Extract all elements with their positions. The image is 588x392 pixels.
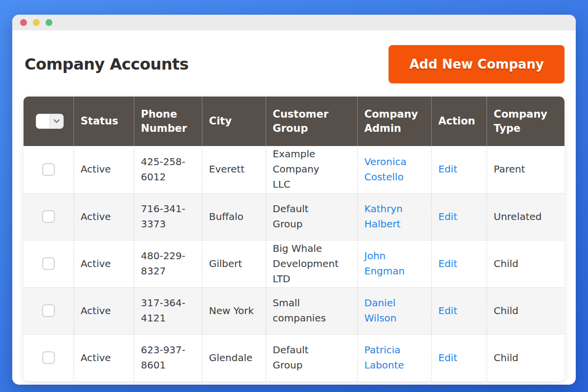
- status-cell: Active: [74, 334, 134, 381]
- company_admin-cell: Veronica Costello: [357, 146, 431, 193]
- page-title: Company Accounts: [24, 55, 189, 74]
- city-cell: Buffalo: [202, 193, 266, 240]
- city-cell: Glendale: [202, 334, 266, 381]
- row-checkbox[interactable]: [42, 257, 55, 270]
- city-value: Buffalo: [209, 209, 254, 224]
- company_type-cell: Child: [487, 287, 564, 334]
- window-titlebar: [12, 15, 576, 30]
- select-all-control[interactable]: [36, 114, 64, 129]
- status-value: Active: [81, 162, 127, 177]
- company_admin-cell: Kathryn Halbert: [357, 193, 431, 240]
- company-accounts-table: StatusPhone NumberCityCustomer GroupComp…: [24, 97, 564, 381]
- customer-group-value: Small companies: [273, 295, 338, 326]
- phone-value: 623-937-8601: [141, 343, 190, 373]
- column-header-action: Action: [431, 97, 487, 146]
- company-admin-link[interactable]: Patricia Labonte: [365, 344, 404, 371]
- company_admin-cell: Daniel Wilson: [357, 287, 431, 334]
- action-cell: Edit: [431, 240, 487, 287]
- table-row: Active716-341-3373BuffaloDefault GroupKa…: [24, 193, 564, 240]
- status-cell: Active: [74, 240, 134, 287]
- phone-value: 425-258-6012: [141, 154, 190, 185]
- customer-group-value: Default Group: [273, 201, 338, 232]
- company-admin-link[interactable]: Kathryn Halbert: [365, 203, 403, 230]
- column-header-status: Status: [74, 97, 134, 146]
- table-row: Active317-364-4121New YorkSmall companie…: [24, 287, 564, 334]
- row-checkbox[interactable]: [42, 304, 55, 317]
- customer-group-value: Example Company LLC: [273, 147, 338, 192]
- row-checkbox[interactable]: [42, 163, 55, 176]
- select-cell: [24, 334, 74, 381]
- customer_group-cell: Small companies: [266, 287, 357, 334]
- customer_group-cell: Default Group: [266, 193, 357, 240]
- select-cell: [24, 146, 74, 193]
- phone-cell: 716-341-3373: [134, 193, 202, 240]
- company-type-value: Child: [494, 303, 558, 318]
- action-cell: Edit: [431, 193, 487, 240]
- phone-value: 317-364-4121: [141, 295, 190, 326]
- phone-cell: 425-258-6012: [134, 146, 202, 193]
- traffic-light-close-icon[interactable]: [20, 19, 27, 26]
- company_admin-cell: Patricia Labonte: [357, 334, 431, 381]
- table-row: Active623-937-8601GlendaleDefault GroupP…: [24, 334, 564, 381]
- edit-link[interactable]: Edit: [439, 352, 458, 364]
- company-admin-link[interactable]: Veronica Costello: [365, 156, 407, 183]
- company-admin-link[interactable]: Daniel Wilson: [365, 297, 397, 324]
- city-value: Gilbert: [209, 256, 254, 271]
- select-all-dropdown[interactable]: [50, 114, 63, 128]
- chevron-down-icon: [53, 117, 60, 123]
- company_admin-cell: John Engman: [357, 240, 431, 287]
- status-cell: Active: [74, 146, 134, 193]
- action-cell: Edit: [431, 287, 487, 334]
- column-header-city: City: [202, 97, 266, 146]
- column-header-phone: Phone Number: [134, 97, 202, 146]
- company_type-cell: Parent: [487, 146, 564, 193]
- phone-cell: 317-364-4121: [134, 287, 202, 334]
- city-value: New York: [209, 303, 254, 318]
- customer_group-cell: Big Whale Development LTD: [266, 240, 357, 287]
- customer_group-cell: Example Company LLC: [266, 146, 357, 193]
- page-content: Company Accounts Add New Company StatusP…: [12, 45, 576, 381]
- table-header: StatusPhone NumberCityCustomer GroupComp…: [24, 97, 564, 146]
- city-cell: Gilbert: [202, 240, 266, 287]
- customer_group-cell: Default Group: [266, 334, 357, 381]
- select-all-checkbox[interactable]: [36, 114, 50, 128]
- city-cell: Everett: [202, 146, 266, 193]
- edit-link[interactable]: Edit: [439, 211, 458, 222]
- edit-link[interactable]: Edit: [439, 258, 458, 270]
- page-header: Company Accounts Add New Company: [24, 45, 564, 83]
- select-cell: [24, 240, 74, 287]
- status-cell: Active: [74, 193, 134, 240]
- edit-link[interactable]: Edit: [439, 305, 458, 317]
- company-type-value: Child: [494, 350, 558, 366]
- company_type-cell: Child: [487, 240, 564, 287]
- customer-group-value: Big Whale Development LTD: [273, 241, 338, 287]
- status-value: Active: [81, 350, 127, 366]
- select-cell: [24, 193, 74, 240]
- status-value: Active: [81, 303, 127, 318]
- company-admin-link[interactable]: John Engman: [365, 250, 405, 277]
- city-cell: New York: [202, 287, 266, 334]
- company_type-cell: Unrelated: [487, 193, 564, 240]
- company-type-value: Unrelated: [494, 209, 558, 224]
- table-row: Active480-229-8327GilbertBig Whale Devel…: [24, 240, 564, 287]
- status-cell: Active: [74, 287, 134, 334]
- status-value: Active: [81, 256, 127, 271]
- customer-group-value: Default Group: [273, 343, 338, 373]
- phone-value: 716-341-3373: [141, 201, 190, 232]
- column-header-customer_group: Customer Group: [266, 97, 357, 146]
- row-checkbox[interactable]: [42, 210, 55, 223]
- status-value: Active: [81, 209, 127, 224]
- company-type-value: Child: [494, 256, 558, 271]
- row-checkbox[interactable]: [42, 351, 55, 364]
- add-new-company-button[interactable]: Add New Company: [389, 45, 564, 83]
- company-type-value: Parent: [494, 162, 558, 177]
- phone-cell: 623-937-8601: [134, 334, 202, 381]
- action-cell: Edit: [431, 334, 487, 381]
- edit-link[interactable]: Edit: [439, 163, 458, 175]
- company_type-cell: Child: [487, 334, 564, 381]
- traffic-light-minimize-icon[interactable]: [33, 19, 40, 26]
- select-all-header-cell: [24, 97, 74, 146]
- traffic-light-zoom-icon[interactable]: [46, 19, 52, 26]
- action-cell: Edit: [431, 146, 487, 193]
- table-row: Active425-258-6012EverettExample Company…: [24, 146, 564, 193]
